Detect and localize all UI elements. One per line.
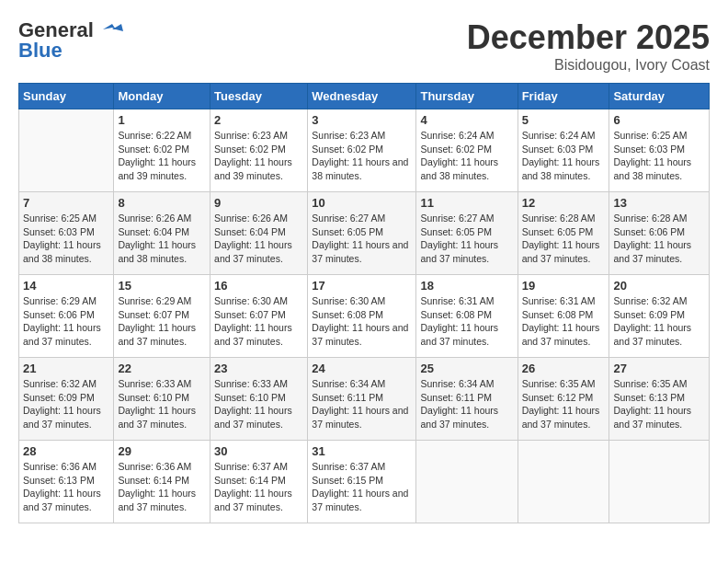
sunset-label: Sunset: 6:12 PM bbox=[522, 392, 594, 403]
daylight-label: Daylight: 11 hours and 37 minutes. bbox=[23, 405, 101, 430]
sunrise-label: Sunrise: 6:26 AM bbox=[118, 213, 191, 224]
sunset-label: Sunset: 6:10 PM bbox=[118, 392, 189, 403]
daylight-label: Daylight: 11 hours and 38 minutes. bbox=[522, 156, 600, 181]
calendar-cell: 11 Sunrise: 6:27 AM Sunset: 6:05 PM Dayl… bbox=[416, 192, 518, 275]
day-info: Sunrise: 6:26 AM Sunset: 6:04 PM Dayligh… bbox=[118, 212, 206, 266]
calendar-cell: 21 Sunrise: 6:32 AM Sunset: 6:09 PM Dayl… bbox=[19, 358, 114, 441]
sunset-label: Sunset: 6:09 PM bbox=[613, 309, 685, 320]
calendar-cell bbox=[416, 441, 518, 523]
page-header: General Blue December 2025 Bisidougou, I… bbox=[18, 18, 710, 74]
day-number: 22 bbox=[118, 362, 206, 375]
day-info: Sunrise: 6:27 AM Sunset: 6:05 PM Dayligh… bbox=[420, 212, 513, 266]
day-info: Sunrise: 6:37 AM Sunset: 6:15 PM Dayligh… bbox=[312, 460, 412, 514]
sunset-label: Sunset: 6:02 PM bbox=[312, 144, 383, 155]
sunrise-label: Sunrise: 6:36 AM bbox=[23, 461, 97, 472]
sunset-label: Sunset: 6:07 PM bbox=[118, 309, 189, 320]
sunrise-label: Sunrise: 6:27 AM bbox=[312, 213, 385, 224]
calendar-cell: 17 Sunrise: 6:30 AM Sunset: 6:08 PM Dayl… bbox=[308, 275, 416, 358]
day-number: 23 bbox=[214, 362, 303, 375]
page-subtitle: Bisidougou, Ivory Coast bbox=[467, 57, 710, 74]
calendar-cell: 14 Sunrise: 6:29 AM Sunset: 6:06 PM Dayl… bbox=[19, 275, 114, 358]
sunset-label: Sunset: 6:03 PM bbox=[23, 226, 95, 237]
daylight-label: Daylight: 11 hours and 38 minutes. bbox=[312, 156, 408, 181]
day-number: 20 bbox=[613, 279, 705, 293]
day-info: Sunrise: 6:30 AM Sunset: 6:08 PM Dayligh… bbox=[312, 294, 412, 349]
daylight-label: Daylight: 11 hours and 39 minutes. bbox=[214, 156, 292, 181]
calendar-cell: 10 Sunrise: 6:27 AM Sunset: 6:05 PM Dayl… bbox=[308, 192, 416, 275]
day-info: Sunrise: 6:28 AM Sunset: 6:05 PM Dayligh… bbox=[522, 212, 606, 266]
sunset-label: Sunset: 6:06 PM bbox=[613, 226, 685, 237]
calendar-cell: 31 Sunrise: 6:37 AM Sunset: 6:15 PM Dayl… bbox=[308, 441, 416, 523]
day-number: 21 bbox=[23, 362, 109, 375]
sunset-label: Sunset: 6:07 PM bbox=[214, 309, 286, 320]
daylight-label: Daylight: 11 hours and 37 minutes. bbox=[312, 488, 408, 512]
day-number: 12 bbox=[522, 196, 606, 210]
calendar-cell: 24 Sunrise: 6:34 AM Sunset: 6:11 PM Dayl… bbox=[308, 358, 416, 441]
day-number: 17 bbox=[312, 279, 412, 293]
day-number: 13 bbox=[613, 196, 705, 210]
daylight-label: Daylight: 11 hours and 37 minutes. bbox=[522, 239, 600, 264]
sunrise-label: Sunrise: 6:32 AM bbox=[613, 295, 687, 306]
day-number: 15 bbox=[118, 279, 206, 293]
daylight-label: Daylight: 11 hours and 38 minutes. bbox=[613, 156, 691, 181]
sunrise-label: Sunrise: 6:27 AM bbox=[420, 213, 494, 224]
calendar-cell bbox=[19, 109, 114, 192]
sunrise-label: Sunrise: 6:31 AM bbox=[420, 295, 494, 306]
sunrise-label: Sunrise: 6:24 AM bbox=[420, 130, 494, 141]
day-info: Sunrise: 6:35 AM Sunset: 6:12 PM Dayligh… bbox=[522, 377, 606, 431]
day-info: Sunrise: 6:34 AM Sunset: 6:11 PM Dayligh… bbox=[312, 377, 412, 431]
sunset-label: Sunset: 6:15 PM bbox=[312, 475, 383, 486]
calendar-cell: 4 Sunrise: 6:24 AM Sunset: 6:02 PM Dayli… bbox=[416, 109, 518, 192]
day-number: 6 bbox=[613, 113, 705, 127]
calendar-cell: 1 Sunrise: 6:22 AM Sunset: 6:02 PM Dayli… bbox=[114, 109, 210, 192]
sunrise-label: Sunrise: 6:30 AM bbox=[214, 295, 288, 306]
sunrise-label: Sunrise: 6:24 AM bbox=[522, 130, 596, 141]
sunrise-label: Sunrise: 6:35 AM bbox=[613, 378, 687, 389]
day-info: Sunrise: 6:31 AM Sunset: 6:08 PM Dayligh… bbox=[420, 294, 513, 349]
sunset-label: Sunset: 6:13 PM bbox=[23, 475, 95, 486]
day-number: 26 bbox=[522, 362, 606, 375]
daylight-label: Daylight: 11 hours and 37 minutes. bbox=[214, 405, 292, 430]
calendar-week-2: 7 Sunrise: 6:25 AM Sunset: 6:03 PM Dayli… bbox=[19, 192, 710, 275]
day-info: Sunrise: 6:34 AM Sunset: 6:11 PM Dayligh… bbox=[420, 377, 513, 431]
calendar-cell: 13 Sunrise: 6:28 AM Sunset: 6:06 PM Dayl… bbox=[609, 192, 710, 275]
calendar-week-5: 28 Sunrise: 6:36 AM Sunset: 6:13 PM Dayl… bbox=[19, 441, 710, 523]
daylight-label: Daylight: 11 hours and 37 minutes. bbox=[118, 322, 196, 347]
calendar-cell: 27 Sunrise: 6:35 AM Sunset: 6:13 PM Dayl… bbox=[609, 358, 710, 441]
daylight-label: Daylight: 11 hours and 37 minutes. bbox=[613, 405, 691, 430]
day-number: 2 bbox=[214, 113, 303, 127]
day-info: Sunrise: 6:30 AM Sunset: 6:07 PM Dayligh… bbox=[214, 294, 303, 349]
sunrise-label: Sunrise: 6:23 AM bbox=[214, 130, 288, 141]
weekday-header-thursday: Thursday bbox=[416, 84, 518, 109]
day-info: Sunrise: 6:24 AM Sunset: 6:02 PM Dayligh… bbox=[420, 129, 513, 183]
daylight-label: Daylight: 11 hours and 37 minutes. bbox=[420, 322, 498, 347]
calendar-cell: 8 Sunrise: 6:26 AM Sunset: 6:04 PM Dayli… bbox=[114, 192, 210, 275]
daylight-label: Daylight: 11 hours and 38 minutes. bbox=[420, 156, 498, 181]
calendar-cell: 12 Sunrise: 6:28 AM Sunset: 6:05 PM Dayl… bbox=[518, 192, 609, 275]
sunset-label: Sunset: 6:02 PM bbox=[214, 144, 286, 155]
day-info: Sunrise: 6:27 AM Sunset: 6:05 PM Dayligh… bbox=[312, 212, 412, 266]
day-info: Sunrise: 6:29 AM Sunset: 6:07 PM Dayligh… bbox=[118, 294, 206, 349]
day-number: 1 bbox=[118, 113, 206, 127]
sunset-label: Sunset: 6:11 PM bbox=[420, 392, 492, 403]
day-info: Sunrise: 6:35 AM Sunset: 6:13 PM Dayligh… bbox=[613, 377, 705, 431]
daylight-label: Daylight: 11 hours and 37 minutes. bbox=[522, 405, 600, 430]
weekday-header-sunday: Sunday bbox=[19, 84, 114, 109]
sunset-label: Sunset: 6:02 PM bbox=[118, 144, 189, 155]
day-info: Sunrise: 6:33 AM Sunset: 6:10 PM Dayligh… bbox=[118, 377, 206, 431]
sunset-label: Sunset: 6:14 PM bbox=[118, 475, 189, 486]
sunset-label: Sunset: 6:03 PM bbox=[522, 144, 594, 155]
sunset-label: Sunset: 6:14 PM bbox=[214, 475, 286, 486]
calendar-week-3: 14 Sunrise: 6:29 AM Sunset: 6:06 PM Dayl… bbox=[19, 275, 710, 358]
calendar-cell: 5 Sunrise: 6:24 AM Sunset: 6:03 PM Dayli… bbox=[518, 109, 609, 192]
day-number: 29 bbox=[118, 444, 206, 458]
sunrise-label: Sunrise: 6:34 AM bbox=[312, 378, 385, 389]
weekday-header-row: SundayMondayTuesdayWednesdayThursdayFrid… bbox=[19, 84, 710, 109]
sunset-label: Sunset: 6:10 PM bbox=[214, 392, 286, 403]
calendar-table: SundayMondayTuesdayWednesdayThursdayFrid… bbox=[18, 83, 710, 523]
day-number: 16 bbox=[214, 279, 303, 293]
sunrise-label: Sunrise: 6:28 AM bbox=[522, 213, 596, 224]
weekday-header-monday: Monday bbox=[114, 84, 210, 109]
daylight-label: Daylight: 11 hours and 37 minutes. bbox=[214, 488, 292, 512]
day-number: 8 bbox=[118, 196, 206, 210]
